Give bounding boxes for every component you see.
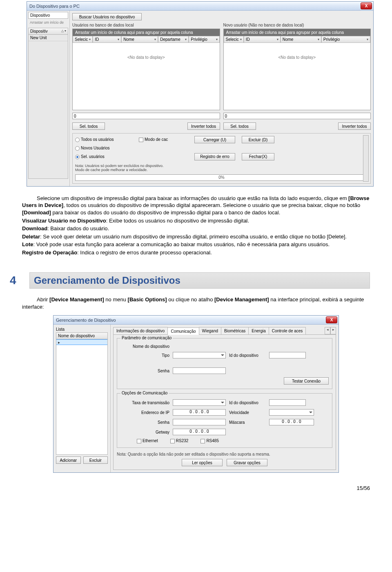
lbl-type: Tipo — [120, 353, 169, 358]
scrollbar[interactable] — [363, 135, 369, 182]
tab-dispositivo[interactable]: Dispositivo — [28, 12, 68, 19]
right-invert-button[interactable]: Inverter todos — [338, 122, 371, 130]
row-arrow-icon: ▸ — [56, 340, 61, 345]
close-button[interactable]: Fechar(X) — [242, 153, 274, 160]
note-line-2: Modo de cache pode melhorar a velocidade… — [75, 168, 368, 172]
browse-users-button[interactable]: Buscar Usuários no dispositivo — [72, 13, 142, 20]
doc-text-2: Abrir [Device Management] no menu [Basic… — [22, 296, 370, 310]
lista-label: Lista — [56, 327, 108, 332]
left-grouping-hint: Arrastar um início de coluna aqui para a… — [73, 29, 220, 36]
fieldset-comm-params: Parâmetro de comunicação Nome do disposi… — [117, 338, 332, 389]
col-dept[interactable]: Departame▾ — [158, 36, 189, 43]
tab-energia[interactable]: Energia — [248, 327, 269, 334]
doc-text: Selecione um dispositivo de impressão di… — [22, 195, 370, 256]
lbl-pwd: Senha — [120, 369, 169, 373]
footer-note: Nota: Quando a opção lida não pode ser e… — [117, 452, 332, 456]
lbl-device-id-2: Id do dispositivo — [229, 401, 266, 405]
col-id[interactable]: ID▾ — [93, 36, 121, 43]
left-count-input[interactable] — [72, 113, 220, 119]
lbl-gateway: Getway — [120, 430, 169, 434]
device-id-input[interactable] — [269, 352, 306, 358]
check-cache-mode[interactable]: Modo de cac — [139, 137, 188, 142]
col-select-r[interactable]: Selecic▾ — [224, 36, 244, 43]
delete-button-2[interactable]: Excluir — [83, 456, 108, 464]
lbl-mask: Máscara — [229, 420, 266, 425]
right-no-data: <No data to display> — [224, 43, 371, 72]
close-icon[interactable]: X — [361, 2, 372, 9]
options-panel: Todos os usuários Modo de cac Carregar (… — [72, 133, 371, 184]
radio-new-users[interactable]: Novos Usuários — [75, 146, 132, 151]
mask-input[interactable]: 0 . 0 . 0 . 0 — [269, 419, 314, 425]
device-list: Dispositiv △ ▾ New Unit — [28, 28, 68, 179]
window-device-management: Gerenciamento de Dispositivo X Lista Nom… — [53, 315, 339, 473]
sort-icon[interactable]: △ ▾ — [61, 29, 66, 33]
tab-info[interactable]: Informações do dispositivo — [113, 327, 168, 334]
test-connection-button[interactable]: Testar Conexão — [284, 377, 329, 385]
type-select[interactable] — [173, 352, 226, 358]
speed-select[interactable] — [269, 409, 314, 416]
add-button[interactable]: Adicionar — [56, 456, 81, 464]
lbl-ip: Endereco de IP — [120, 410, 169, 415]
right-grid: Arrastar um início de coluna aqui para a… — [223, 29, 371, 110]
tab-comunicacao[interactable]: Comunicação — [167, 327, 199, 335]
titlebar-2: Gerenciamento de Dispositivo X — [53, 316, 339, 325]
radio-sel-users[interactable]: Sel. usuários — [75, 154, 132, 159]
lbl-device-name: Nome do dispositivo — [120, 344, 169, 349]
section-title: Gerenciamento de Dispositivos — [29, 272, 370, 289]
radio-all-users[interactable]: Todos os usuários — [75, 137, 132, 142]
fieldset-comm-options: Opções de Comunicação Taxa de transmissã… — [117, 393, 332, 448]
lista-header[interactable]: Nome do dispositivo — [56, 333, 107, 339]
check-rs485[interactable]: RS485 — [200, 438, 219, 443]
window-title-2: Gerenciamento de Dispositivo — [56, 318, 116, 323]
read-options-button[interactable]: Ler opções — [182, 459, 223, 466]
write-options-button[interactable]: Gravar opções — [227, 459, 267, 466]
right-grouping-hint: Arrastar um início de coluna aqui para a… — [224, 29, 371, 36]
window-device-to-pc: Do Dispositivo para o PC X Dispositivo A… — [27, 1, 374, 187]
lbl-device-id: Id do dispositivo — [229, 353, 266, 358]
window-title: Do Dispositivo para o PC — [29, 4, 80, 9]
right-select-all-button[interactable]: Sel. todos — [223, 122, 256, 130]
tab-acesso[interactable]: Controle de aces — [269, 327, 306, 334]
col-name-r[interactable]: Nome▾ — [281, 36, 321, 43]
col-name[interactable]: Nome▾ — [121, 36, 158, 43]
tab-wiegand[interactable]: Wiegand — [199, 327, 221, 334]
error-log-button[interactable]: Registro de erro — [194, 153, 235, 160]
left-invert-button[interactable]: Inverter todos — [187, 122, 220, 130]
pwd-input[interactable] — [173, 367, 226, 374]
note-line-1: Nota: Usuários só podem ser excluídos no… — [75, 164, 368, 168]
left-select-all-button[interactable]: Sel. todos — [72, 122, 105, 130]
device-list-item[interactable]: New Unit — [29, 35, 68, 41]
tab-scroll-left-icon[interactable]: ◂ — [325, 327, 330, 334]
col-priv[interactable]: Privilégio▾ — [189, 36, 219, 43]
lbl-pwd-2: Senha — [120, 420, 169, 425]
left-panel: Lista Nome do dispositivo ▸ Adicionar Ex… — [53, 325, 111, 472]
section-heading: 4 Gerenciamento de Dispositivos — [10, 272, 370, 289]
pwd-input-2[interactable] — [173, 419, 226, 425]
col-select[interactable]: Selecic▾ — [73, 36, 93, 43]
left-sidebar: Dispositivo Arrastar um início de Dispos… — [27, 11, 70, 186]
lbl-speed: Velocidade — [229, 410, 266, 415]
close-icon-2[interactable]: X — [326, 316, 337, 323]
check-rs232[interactable]: RS232 — [170, 438, 189, 443]
left-pane-label: Usuários no banco de dados local — [72, 23, 220, 27]
device-list-header: Dispositiv △ ▾ — [29, 28, 68, 35]
tab-scroll-right-icon[interactable]: ▸ — [330, 327, 336, 334]
delete-button[interactable]: Excluir (D) — [242, 136, 274, 143]
tab-biometricas[interactable]: Biométricas — [221, 327, 249, 334]
download-button[interactable]: Carregar (U) — [194, 136, 235, 143]
col-id-r[interactable]: ID▾ — [244, 36, 281, 43]
gateway-input[interactable]: 0 . 0 . 0 . 0 — [173, 429, 226, 435]
lista-row[interactable]: ▸ — [56, 339, 107, 345]
col-priv-r[interactable]: Privilégio▾ — [321, 36, 370, 43]
right-pane-label: Novo usuário (Não no banco de dados loca… — [223, 23, 371, 27]
baud-select[interactable] — [173, 399, 226, 406]
left-grid: Arrastar um início de coluna aqui para a… — [72, 29, 220, 110]
section-number: 4 — [10, 274, 22, 287]
lbl-baud: Taxa de transmissão — [120, 401, 169, 405]
device-id-input-2[interactable] — [269, 399, 306, 406]
ip-input[interactable]: 0 . 0 . 0 . 0 — [173, 409, 226, 416]
check-ethernet[interactable]: Ethernet — [137, 438, 158, 443]
right-count-input[interactable] — [223, 113, 371, 119]
progress-bar: 0% — [75, 174, 368, 181]
tab-strip: Informações do dispositivo Comunicação W… — [113, 327, 336, 335]
